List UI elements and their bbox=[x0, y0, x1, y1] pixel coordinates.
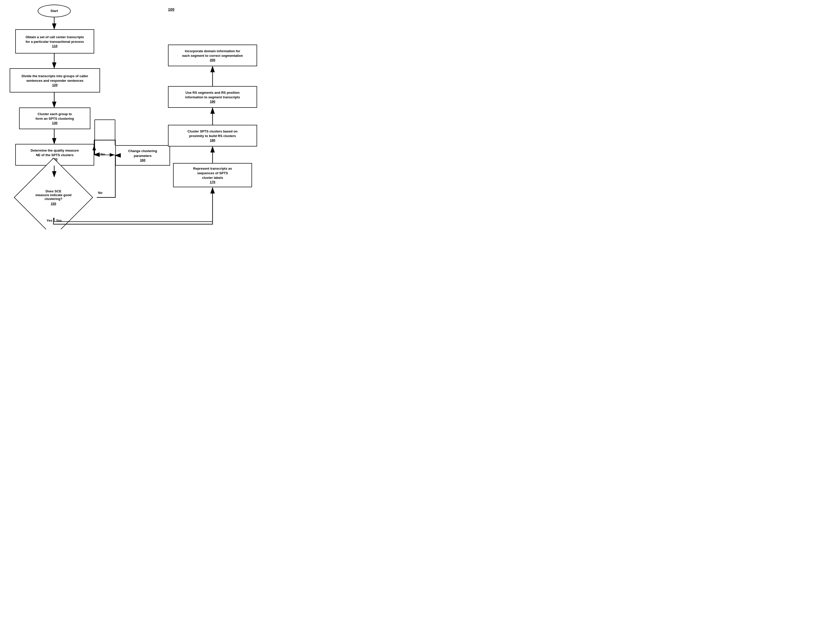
step-120-text: Divide the transcripts into groups of ca… bbox=[22, 74, 88, 83]
step-150-text: Does SCEmeasure indicate goodclustering?… bbox=[35, 189, 71, 206]
step-200-box: Incorporate domain information foreach s… bbox=[168, 44, 257, 66]
step-190-box: Use RS segments and RS positioninformati… bbox=[168, 86, 257, 108]
step-110-label: 110 bbox=[25, 44, 84, 48]
step-150-diamond: Does SCEmeasure indicate goodclustering?… bbox=[10, 177, 97, 218]
step-170-label: 170 bbox=[193, 180, 232, 184]
step-180-label: 180 bbox=[188, 138, 238, 142]
step-150-label: 150 bbox=[35, 202, 71, 206]
step-180-box: Cluster SPTS clusters based onproximity … bbox=[168, 125, 257, 147]
yes-arrow-label: Yes bbox=[56, 218, 62, 222]
step-120-label: 120 bbox=[22, 83, 88, 87]
yes-label: Yes bbox=[47, 218, 52, 222]
no-label: No bbox=[101, 152, 105, 156]
step-160-label: 160 bbox=[128, 158, 157, 162]
step-130-label: 130 bbox=[36, 121, 74, 125]
step-170-text: Represent transcripts assequences of SPT… bbox=[193, 166, 232, 180]
flowchart-diagram: 100 Start Obtain a set of call center tr… bbox=[0, 0, 280, 229]
step-110-box: Obtain a set of call center transcriptsf… bbox=[15, 29, 94, 54]
step-160-text: Change clusteringparameters bbox=[128, 149, 157, 158]
step-130-box: Cluster each group toform an SPTS cluste… bbox=[19, 108, 90, 129]
step-190-label: 190 bbox=[185, 100, 240, 103]
start-label: Start bbox=[51, 9, 58, 13]
step-190-text: Use RS segments and RS positioninformati… bbox=[185, 90, 240, 100]
start-node: Start bbox=[38, 5, 71, 17]
step-160-box: Change clusteringparameters 160 bbox=[115, 145, 170, 166]
step-130-text: Cluster each group toform an SPTS cluste… bbox=[36, 112, 74, 121]
step-140-text: Determine the quality measureNE of the S… bbox=[30, 148, 79, 157]
diagram-ref: 100 bbox=[168, 7, 174, 11]
step-180-text: Cluster SPTS clusters based onproximity … bbox=[188, 129, 238, 138]
step-170-box: Represent transcripts assequences of SPT… bbox=[173, 163, 252, 187]
step-120-box: Divide the transcripts into groups of ca… bbox=[9, 68, 100, 92]
no-arrow-label: No bbox=[98, 191, 102, 195]
step-110-text: Obtain a set of call center transcriptsf… bbox=[25, 35, 84, 44]
step-200-label: 200 bbox=[182, 58, 243, 62]
step-200-text: Incorporate domain information foreach s… bbox=[182, 49, 243, 58]
